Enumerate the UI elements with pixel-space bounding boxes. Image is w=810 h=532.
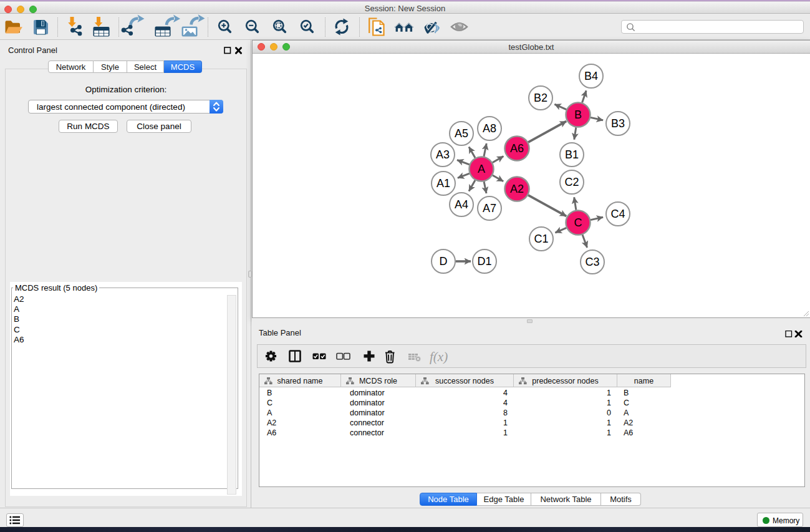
svg-text:B3: B3 (611, 117, 625, 130)
svg-text:A1: A1 (436, 177, 450, 190)
svg-text:B: B (574, 109, 582, 121)
svg-text:B4: B4 (584, 70, 598, 82)
svg-text:A: A (478, 163, 485, 175)
svg-text:C3: C3 (585, 256, 599, 268)
svg-text:D: D (440, 255, 448, 268)
svg-text:C2: C2 (564, 176, 579, 188)
svg-text:A7: A7 (483, 202, 496, 215)
svg-text:D1: D1 (477, 255, 491, 268)
svg-text:f(x): f(x) (430, 349, 448, 364)
svg-text:A3: A3 (436, 148, 450, 161)
svg-text:B1: B1 (565, 148, 579, 161)
svg-text:C: C (574, 216, 582, 229)
svg-text:A6: A6 (510, 142, 524, 155)
svg-text:A5: A5 (455, 127, 468, 140)
svg-text:A8: A8 (483, 122, 496, 135)
svg-text:C1: C1 (534, 233, 548, 245)
svg-text:B2: B2 (534, 92, 547, 104)
svg-text:A2: A2 (510, 183, 524, 195)
svg-text:C4: C4 (610, 208, 625, 220)
svg-text:A4: A4 (455, 198, 468, 211)
